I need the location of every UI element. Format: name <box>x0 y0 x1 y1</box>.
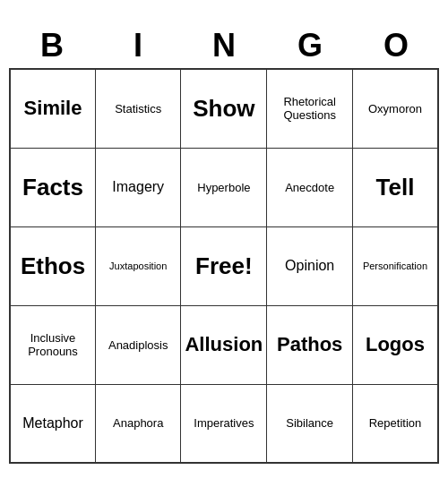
cell-text: Free! <box>185 231 263 302</box>
cell-text: Anaphora <box>99 389 177 459</box>
bingo-cell: Show <box>181 69 267 148</box>
cell-text: Pathos <box>271 310 349 380</box>
bingo-cell: Anaphora <box>96 384 181 463</box>
cell-text: Hyperbole <box>185 152 263 223</box>
bingo-card: BINGO SimileStatisticsShowRhetorical Que… <box>9 23 439 464</box>
header-letter: G <box>267 23 353 68</box>
cell-text: Repetition <box>357 389 434 459</box>
cell-text: Ethos <box>14 231 91 302</box>
bingo-cell: Tell <box>352 148 438 226</box>
bingo-cell: Simile <box>10 69 96 148</box>
header-row: BINGO <box>9 23 439 68</box>
cell-text: Opinion <box>271 231 349 302</box>
cell-text: Imperatives <box>185 389 263 459</box>
bingo-table: SimileStatisticsShowRhetorical Questions… <box>9 68 439 464</box>
bingo-cell: Hyperbole <box>181 148 267 226</box>
bingo-row: MetaphorAnaphoraImperativesSibilanceRepe… <box>10 384 438 463</box>
header-letter: N <box>181 23 267 68</box>
cell-text: Imagery <box>99 152 177 223</box>
bingo-cell: Statistics <box>96 69 181 148</box>
bingo-row: FactsImageryHyperboleAnecdoteTell <box>10 148 438 226</box>
bingo-cell: Logos <box>352 305 438 384</box>
bingo-cell: Oxymoron <box>352 69 438 148</box>
cell-text: Simile <box>14 73 91 144</box>
bingo-cell: Allusion <box>181 305 267 384</box>
cell-text: Tell <box>357 152 434 223</box>
cell-text: Sibilance <box>271 389 349 459</box>
bingo-row: SimileStatisticsShowRhetorical Questions… <box>10 69 438 148</box>
cell-text: Rhetorical Questions <box>271 73 349 144</box>
header-letter: I <box>95 23 181 68</box>
header-letter: O <box>353 23 439 68</box>
cell-text: Logos <box>357 310 434 380</box>
bingo-row: EthosJuxtapositionFree!OpinionPersonific… <box>10 226 438 305</box>
bingo-cell: Imperatives <box>181 384 267 463</box>
bingo-cell: Free! <box>181 226 267 305</box>
cell-text: Facts <box>14 152 91 223</box>
cell-text: Allusion <box>185 310 263 380</box>
cell-text: Inclusive Pronouns <box>14 310 91 380</box>
bingo-cell: Facts <box>10 148 96 226</box>
bingo-cell: Pathos <box>267 305 353 384</box>
cell-text: Juxtaposition <box>99 231 177 302</box>
cell-text: Metaphor <box>14 389 91 459</box>
bingo-cell: Juxtaposition <box>96 226 181 305</box>
bingo-cell: Repetition <box>352 384 438 463</box>
cell-text: Anadiplosis <box>99 310 177 380</box>
bingo-cell: Metaphor <box>10 384 96 463</box>
bingo-cell: Ethos <box>10 226 96 305</box>
cell-text: Oxymoron <box>357 73 434 144</box>
bingo-cell: Inclusive Pronouns <box>10 305 96 384</box>
bingo-row: Inclusive PronounsAnadiplosisAllusionPat… <box>10 305 438 384</box>
cell-text: Personification <box>357 231 434 302</box>
bingo-cell: Anecdote <box>267 148 353 226</box>
bingo-cell: Anadiplosis <box>96 305 181 384</box>
cell-text: Anecdote <box>271 152 349 223</box>
header-letter: B <box>9 23 95 68</box>
bingo-cell: Personification <box>352 226 438 305</box>
bingo-cell: Rhetorical Questions <box>267 69 353 148</box>
bingo-cell: Sibilance <box>267 384 353 463</box>
bingo-cell: Imagery <box>96 148 181 226</box>
cell-text: Statistics <box>99 73 177 144</box>
cell-text: Show <box>185 73 263 144</box>
bingo-cell: Opinion <box>267 226 353 305</box>
